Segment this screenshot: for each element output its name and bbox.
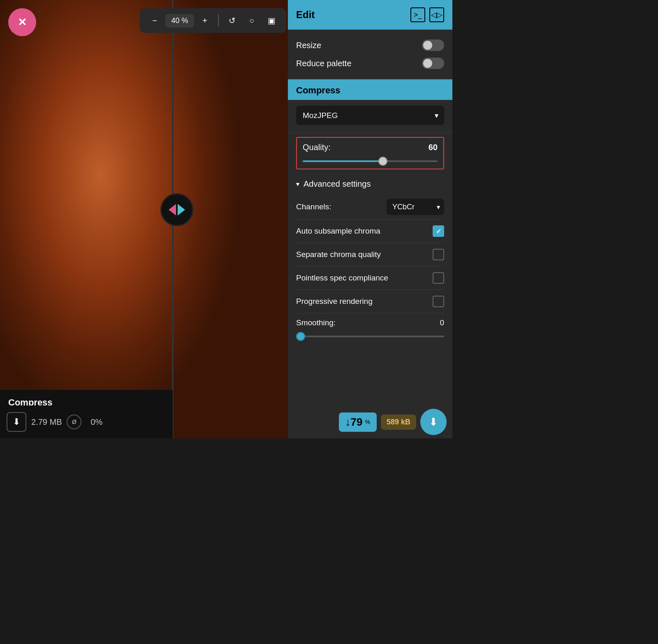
right-panel: Edit >_ ◁▷ Resize Reduce palette Compres… — [288, 0, 452, 438]
auto-subsample-label: Auto subsample chroma — [296, 227, 380, 236]
arrows-icon: ◁▷ — [431, 10, 443, 19]
smoothing-slider[interactable] — [296, 336, 444, 337]
compare-button[interactable] — [160, 193, 193, 226]
close-icon: ✕ — [18, 16, 27, 29]
stats-size: 2.79 MB — [31, 417, 62, 427]
reduce-palette-toggle[interactable] — [422, 58, 444, 69]
circle-button[interactable]: ○ — [243, 12, 261, 30]
image-area — [0, 0, 288, 438]
channels-select-wrapper: YCbCr RGB Grayscale — [387, 199, 444, 215]
stats-percent-icon: Ø — [67, 415, 81, 429]
check-icon: ✓ — [436, 227, 441, 235]
rotate-button[interactable]: ↺ — [223, 12, 241, 30]
frame-icon: ▣ — [268, 16, 276, 25]
separate-chroma-checkbox[interactable] — [433, 249, 444, 260]
stats-download-icon[interactable]: ⬇ — [7, 412, 26, 432]
resize-section: Resize Reduce palette — [288, 30, 452, 79]
smoothing-value: 0 — [440, 318, 444, 327]
smoothing-label: Smoothing: — [296, 318, 336, 327]
arrows-icon-btn[interactable]: ◁▷ — [429, 7, 444, 22]
auto-subsample-checkbox[interactable]: ✓ — [433, 225, 444, 237]
resize-toggle-knob — [423, 41, 432, 50]
console-icon: >_ — [414, 11, 422, 19]
download-icon: ⬇ — [429, 416, 438, 429]
zoom-display: 40 % — [165, 14, 194, 28]
left-bottom-stats: ⬇ 2.79 MB Ø 0% — [0, 405, 173, 438]
pointless-spec-label: Pointless spec compliance — [296, 273, 388, 283]
advanced-settings-header[interactable]: ▾ Advanced settings — [288, 174, 452, 195]
smoothing-row: Smoothing: 0 — [296, 318, 444, 327]
percent-icon: Ø — [72, 419, 76, 425]
pointless-spec-row: Pointless spec compliance — [296, 266, 444, 290]
advanced-settings-body: Channels: YCbCr RGB Grayscale Auto subsa… — [288, 195, 452, 313]
advanced-chevron-icon: ▾ — [296, 180, 299, 188]
resize-toggle[interactable] — [422, 39, 444, 51]
stats-percent: 0% — [90, 417, 102, 427]
compress-section-header: Compress — [288, 79, 452, 100]
plus-icon: + — [202, 16, 207, 25]
toolbar-divider — [218, 14, 219, 27]
rotate-icon: ↺ — [229, 16, 236, 25]
codec-select[interactable]: MozJPEG WebP AVIF OxiPNG — [296, 106, 444, 125]
zoom-unit: % — [182, 16, 188, 25]
download-button[interactable]: ⬇ — [420, 409, 447, 435]
progressive-rendering-checkbox[interactable] — [433, 296, 444, 307]
size-badge: 589 kB — [381, 415, 416, 430]
quality-row: Quality: 60 — [303, 143, 438, 152]
zoom-out-button[interactable]: − — [146, 12, 164, 30]
advanced-settings-title: Advanced settings — [304, 179, 371, 189]
reduce-palette-toggle-knob — [423, 59, 432, 68]
quality-section: Quality: 60 — [296, 137, 444, 169]
minus-icon: − — [152, 16, 157, 25]
left-arrow-icon — [169, 204, 176, 215]
resize-label: Resize — [296, 41, 321, 50]
edit-header-icons: >_ ◁▷ — [410, 7, 444, 22]
codec-select-wrapper: MozJPEG WebP AVIF OxiPNG — [296, 106, 444, 125]
compress-section-title: Compress — [296, 85, 341, 95]
edit-header: Edit >_ ◁▷ — [288, 0, 452, 30]
resize-row: Resize — [296, 36, 444, 54]
frame-button[interactable]: ▣ — [262, 12, 280, 30]
progressive-rendering-label: Progressive rendering — [296, 297, 373, 306]
separate-chroma-row: Separate chroma quality — [296, 243, 444, 266]
console-icon-btn[interactable]: >_ — [410, 7, 425, 22]
auto-subsample-row: Auto subsample chroma ✓ — [296, 220, 444, 243]
edit-title: Edit — [296, 9, 315, 21]
circle-icon: ○ — [249, 16, 254, 25]
reduction-percent: ↓79 — [345, 416, 363, 429]
reduction-unit: % — [365, 419, 370, 425]
pointless-spec-checkbox[interactable] — [433, 272, 444, 284]
close-button[interactable]: ✕ — [8, 8, 36, 36]
smoothing-section: Smoothing: 0 — [288, 313, 452, 344]
quality-label: Quality: — [303, 143, 331, 152]
channels-select[interactable]: YCbCr RGB Grayscale — [387, 199, 444, 215]
bottom-right-area: ↓79 % 589 kB ⬇ — [288, 405, 452, 438]
reduce-palette-label: Reduce palette — [296, 59, 352, 68]
reduction-badge: ↓79 % — [339, 412, 377, 432]
quality-slider[interactable] — [303, 160, 438, 162]
channels-label: Channels: — [296, 202, 331, 211]
top-toolbar: − 40 % + ↺ ○ ▣ — [140, 8, 286, 33]
quality-value: 60 — [429, 143, 438, 152]
channels-row: Channels: YCbCr RGB Grayscale — [296, 195, 444, 220]
zoom-in-button[interactable]: + — [196, 12, 214, 30]
zoom-value: 40 — [171, 16, 179, 25]
progressive-rendering-row: Progressive rendering — [296, 290, 444, 313]
reduce-palette-row: Reduce palette — [296, 54, 444, 72]
codec-section: MozJPEG WebP AVIF OxiPNG — [288, 100, 452, 133]
separate-chroma-label: Separate chroma quality — [296, 250, 381, 259]
right-arrow-icon — [178, 204, 185, 215]
panda-image — [0, 0, 288, 438]
